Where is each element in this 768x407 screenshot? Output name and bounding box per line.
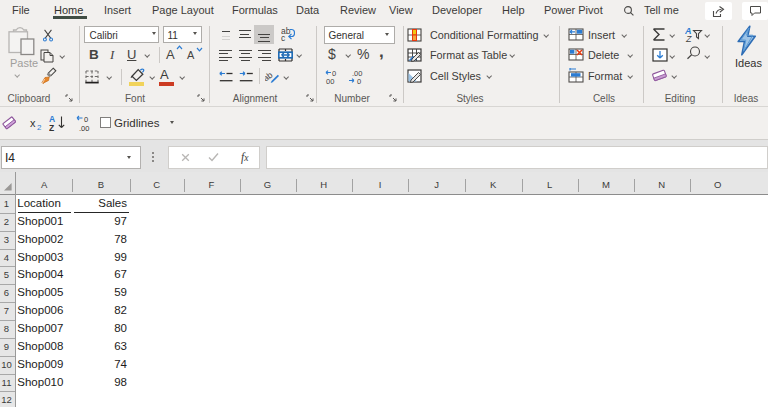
svg-text:0: 0 (84, 114, 88, 123)
svg-text:00: 00 (326, 77, 334, 85)
svg-text:.00: .00 (79, 123, 89, 132)
svg-text:Z: Z (685, 34, 692, 42)
svg-text:Z: Z (49, 122, 54, 132)
svg-text:0: 0 (357, 77, 361, 85)
